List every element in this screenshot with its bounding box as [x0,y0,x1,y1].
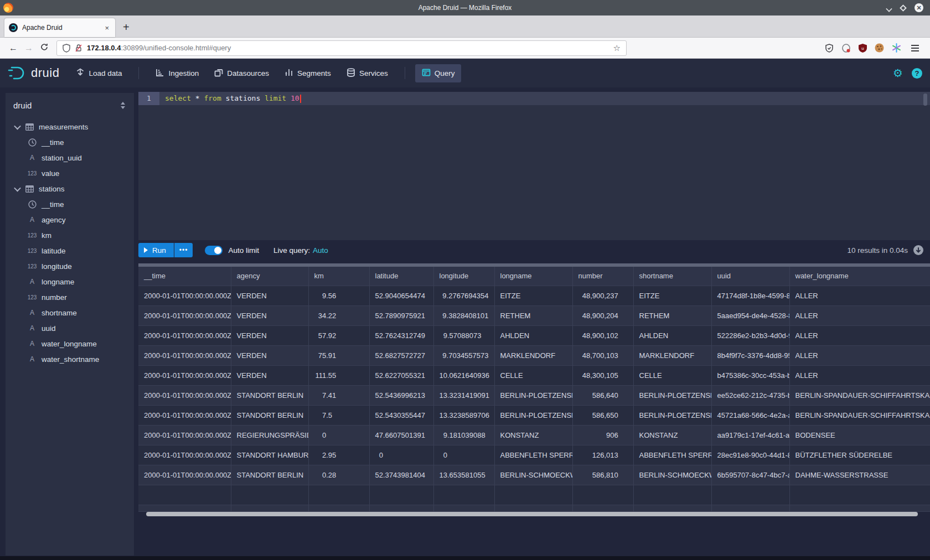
column-header-__time[interactable]: __time [138,267,231,286]
tracking-shield-icon[interactable] [63,44,70,53]
cell-longname[interactable]: RETHEM [494,305,572,325]
cell-water_longname[interactable]: BERLIN-SPANDAUER-SCHIFFAHRTSKANAL [789,405,930,425]
cell-longname[interactable]: BERLIN-PLOETZENSEE OP [494,385,572,405]
tree-column-shortname[interactable]: Ashortname [6,305,134,320]
auto-limit-toggle[interactable] [205,246,223,255]
cell-number[interactable]: 126,013 [572,445,633,465]
tree-column-uuid[interactable]: Auuid [6,320,134,336]
cell-latitude[interactable]: 52.6827572727 [369,345,433,365]
nav-item-query[interactable]: Query [415,64,462,82]
cell-longitude[interactable]: 9.57088073 [433,325,494,345]
cell-longname[interactable]: KONSTANZ [494,425,572,445]
window-minimize-icon[interactable] [886,6,892,9]
cell-shortname[interactable]: BERLIN-PLOETZENSEE OP [633,385,711,405]
editor-scrollbar[interactable] [923,94,927,106]
cell-km[interactable]: 9.56 [308,286,369,305]
cell-uuid[interactable]: 28ec91e8-90c0-44d1-8f [711,445,789,465]
cell-__time[interactable]: 2000-01-01T00:00:00.000Z [138,445,231,465]
cell-shortname[interactable]: RETHEM [633,305,711,325]
cell-number[interactable]: 48,300,105 [572,365,633,385]
cell-latitude[interactable]: 52.5430355447 [369,405,433,425]
nav-item-services[interactable]: Services [340,64,395,82]
cell-longitude[interactable]: 10.0621640936 [433,365,494,385]
cell-longitude[interactable]: 9.7034557573 [433,345,494,365]
sql-text[interactable]: select * from stations limit 10 [159,94,301,103]
tree-column-longitude[interactable]: 123longitude [6,258,134,274]
menu-button[interactable] [909,45,921,51]
column-header-shortname[interactable]: shortname [633,267,711,286]
column-header-longitude[interactable]: longitude [433,267,494,286]
extension-ublock-icon[interactable]: u [859,44,867,53]
query-editor[interactable]: 1 select * from stations limit 10 [138,92,930,240]
url-bar[interactable]: 172.18.0.4:30899/unified-console.html#qu… [56,40,627,56]
nav-item-ingestion[interactable]: Ingestion [149,64,205,82]
cell-longitude[interactable]: 9.2767694354 [433,286,494,305]
cell-uuid[interactable]: aa9179c1-17ef-4c61-a48 [711,425,789,445]
nav-item-datasources[interactable]: Datasources [208,64,276,82]
column-header-longname[interactable]: longname [494,267,572,286]
cell-uuid[interactable]: 522286e2-b2b3-4d0d-9a [711,325,789,345]
cell-water_longname[interactable]: BODENSEE [789,425,930,445]
cell-uuid[interactable]: b475386c-30cc-453a-b3 [711,365,789,385]
cell-__time[interactable]: 2000-01-01T00:00:00.000Z [138,425,231,445]
back-button[interactable]: ← [6,43,21,53]
column-header-km[interactable]: km [308,267,369,286]
cell-shortname[interactable]: CELLE [633,365,711,385]
cell-shortname[interactable]: KONSTANZ [633,425,711,445]
schema-name[interactable]: druid [13,101,121,110]
cell-shortname[interactable]: EITZE [633,286,711,305]
cell-agency[interactable]: VERDEN [231,365,308,385]
tree-column-agency[interactable]: Aagency [6,212,134,227]
live-query-value[interactable]: Auto [313,246,328,255]
cell-number[interactable]: 586,810 [572,465,633,485]
cell-longname[interactable]: ABBENFLETH SPERRWERK AP [494,445,572,465]
tree-column-water_shortname[interactable]: Awater_shortname [6,351,134,367]
run-more-button[interactable]: ••• [174,243,193,257]
cell-__time[interactable]: 2000-01-01T00:00:00.000Z [138,345,231,365]
insecure-lock-icon[interactable] [75,44,82,53]
settings-gear-icon[interactable]: ⚙ [893,66,903,80]
cell-km[interactable]: 2.95 [308,445,369,465]
cell-number[interactable]: 48,700,103 [572,345,633,365]
cell-longitude[interactable]: 13.3238589706 [433,405,494,425]
cell-water_longname[interactable]: ALLER [789,286,930,305]
cell-longname[interactable]: MARKLENDORF [494,345,572,365]
cell-number[interactable]: 48,900,204 [572,305,633,325]
cell-agency[interactable]: STANDORT HAMBURG [231,445,308,465]
column-header-water_longname[interactable]: water_longname [789,267,930,286]
cell-longname[interactable]: CELLE [494,365,572,385]
tree-column-__time[interactable]: __time [6,134,134,150]
cell-shortname[interactable]: BERLIN-SCHMOECKWITZ [633,465,711,485]
extension-containers-icon[interactable] [841,44,851,53]
tree-column-water_longname[interactable]: Awater_longname [6,336,134,351]
run-button[interactable]: Run [138,243,174,257]
cell-longitude[interactable]: 0 [433,445,494,465]
tree-column-km[interactable]: 123km [6,227,134,243]
cell-longitude[interactable]: 13.3231419091 [433,385,494,405]
cell-latitude[interactable]: 52.3743981404 [369,465,433,485]
window-close-icon[interactable]: ✕ [914,3,923,12]
tab-apache-druid[interactable]: Apache Druid × [4,18,115,37]
tree-column-__time[interactable]: __time [6,196,134,212]
cell-longname[interactable]: EITZE [494,286,572,305]
chevron-down-icon[interactable] [14,184,21,191]
tree-column-number[interactable]: 123number [6,289,134,305]
cell-__time[interactable]: 2000-01-01T00:00:00.000Z [138,305,231,325]
cell-uuid[interactable]: 8b4f9f7c-3376-4dd8-95 [711,345,789,365]
tree-column-latitude[interactable]: 123latitude [6,243,134,258]
cell-km[interactable]: 57.92 [308,325,369,345]
cell-water_longname[interactable]: ALLER [789,345,930,365]
cell-latitude[interactable]: 52.9040654474 [369,286,433,305]
cell-latitude[interactable]: 52.5436996213 [369,385,433,405]
cell-longitude[interactable]: 13.653581055 [433,465,494,485]
cell-water_longname[interactable]: DAHME-WASSERSTRASSE [789,465,930,485]
cell-longitude[interactable]: 9.3828408101 [433,305,494,325]
cell-km[interactable]: 7.41 [308,385,369,405]
extension-snowflake-icon[interactable] [892,43,901,53]
cell-water_longname[interactable]: BÜTZFLETHER SÜDERELBE [789,445,930,465]
cell-number[interactable]: 586,650 [572,405,633,425]
chevron-down-icon[interactable] [14,122,21,129]
cell-shortname[interactable]: AHLDEN [633,325,711,345]
column-header-latitude[interactable]: latitude [369,267,433,286]
cell-uuid[interactable]: 5aaed954-de4e-4528-8f [711,305,789,325]
